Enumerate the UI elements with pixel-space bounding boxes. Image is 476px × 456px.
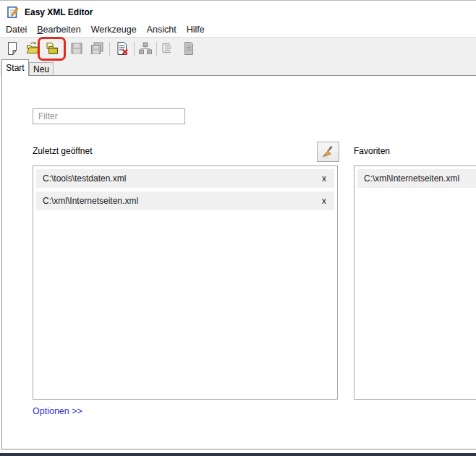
toolbar-separator bbox=[134, 42, 135, 56]
filter-input[interactable] bbox=[33, 108, 185, 124]
app-icon bbox=[7, 6, 20, 19]
favorites-section-title: Favoriten bbox=[354, 146, 390, 156]
remove-recent-button[interactable]: x bbox=[314, 192, 334, 210]
outline-button[interactable] bbox=[159, 40, 177, 57]
save-all-button[interactable] bbox=[88, 40, 106, 57]
save-button[interactable] bbox=[68, 40, 85, 57]
menu-hilfe[interactable]: Hilfe bbox=[182, 23, 210, 36]
favorite-file-path: C:\xml\Internetseiten.xml bbox=[364, 173, 459, 184]
recent-file-path: C:\tools\testdaten.xml bbox=[43, 173, 126, 184]
remove-recent-button[interactable]: x bbox=[314, 169, 334, 188]
menu-datei[interactable]: Datei bbox=[1, 23, 32, 36]
close-document-icon bbox=[115, 41, 129, 56]
options-link[interactable]: Optionen >> bbox=[33, 406, 82, 416]
recent-file-row[interactable]: C:\xml\Internetseiten.xml x bbox=[36, 192, 334, 210]
open-file-icon bbox=[25, 41, 40, 56]
save-icon bbox=[69, 41, 84, 56]
recent-file-path: C:\xml\Internetseiten.xml bbox=[43, 196, 138, 206]
tab-strip bbox=[0, 60, 476, 75]
toolbar-separator bbox=[109, 42, 110, 56]
outline-icon bbox=[161, 41, 175, 56]
broom-icon bbox=[321, 145, 335, 159]
recent-file-row[interactable]: C:\tools\testdaten.xml x bbox=[36, 169, 334, 188]
save-all-icon bbox=[90, 41, 104, 56]
recent-files-list: C:\tools\testdaten.xml x C:\xml\Internet… bbox=[33, 165, 338, 400]
tree-view-icon bbox=[138, 41, 153, 56]
menu-ansicht[interactable]: Ansicht bbox=[142, 23, 182, 36]
open-folder-icon bbox=[45, 41, 59, 56]
new-document-icon bbox=[5, 41, 20, 56]
menu-werkzeuge[interactable]: Werkzeuge bbox=[86, 23, 142, 36]
tab-start[interactable]: Start bbox=[1, 59, 29, 76]
clear-recent-button[interactable] bbox=[317, 142, 339, 162]
close-document-button[interactable] bbox=[114, 40, 131, 57]
favorite-file-row[interactable]: C:\xml\Internetseiten.xml bbox=[357, 169, 476, 188]
open-file-button[interactable] bbox=[24, 40, 41, 57]
document-icon bbox=[182, 41, 196, 56]
tree-view-button[interactable] bbox=[137, 40, 154, 57]
document-button[interactable] bbox=[180, 40, 197, 57]
toolbar-separator bbox=[156, 42, 157, 56]
recent-section-title: Zuletzt geöffnet bbox=[33, 146, 93, 156]
app-window: Easy XML Editor Datei Bearbeiten Werkzeu… bbox=[0, 0, 476, 456]
new-document-button[interactable] bbox=[4, 40, 21, 57]
title-bar: Easy XML Editor bbox=[0, 1, 476, 22]
menu-bar: Datei Bearbeiten Werkzeuge Ansicht Hilfe bbox=[0, 22, 476, 37]
bottom-edge-bar bbox=[0, 453, 476, 456]
favorites-list: C:\xml\Internetseiten.xml bbox=[354, 165, 476, 400]
start-page: Zuletzt geöffnet C:\tools\testdaten.xml … bbox=[1, 75, 476, 449]
menu-bearbeiten[interactable]: Bearbeiten bbox=[32, 23, 85, 36]
window-title: Easy XML Editor bbox=[25, 7, 93, 17]
open-folder-button[interactable] bbox=[43, 40, 61, 57]
tab-neu[interactable]: Neu bbox=[29, 62, 54, 75]
